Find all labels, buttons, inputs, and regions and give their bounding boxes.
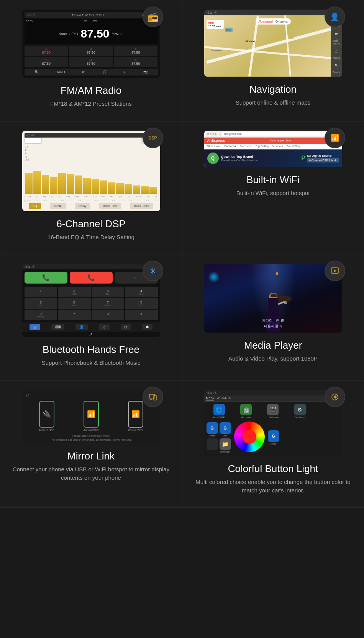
mirror-icon-badge bbox=[143, 387, 163, 407]
bt-bluetooth-icon[interactable]: ✱ bbox=[142, 324, 152, 330]
feature-mirror: ◁ ⚙ × 🔌 Android USB 📶 bbox=[0, 380, 182, 508]
dsp-delay-btn[interactable]: Delay bbox=[75, 203, 90, 209]
bt-desc: Support Phonebook & Bluetooth Music bbox=[42, 359, 141, 367]
dsp-screen: ◁ △ ○ □BT ●● 8.3 User ▾ Default 12 6 bbox=[22, 131, 160, 211]
radio-top-bar: ◁ △ ○ ● REG ● TA ● AF ● PTY BT 🔊 8.3 bbox=[25, 12, 158, 18]
bt-key-4[interactable]: 4GHI bbox=[125, 287, 158, 297]
nav-road-v1 bbox=[248, 15, 259, 76]
wifi-screenshot-wrapper: 📶 ◁ △ ○ □ aliexpress.com ⋮ AliExpress It… bbox=[204, 131, 342, 167]
bt-key-9[interactable]: 9WXYZ bbox=[25, 310, 57, 320]
mirror-phones: 🔌 Android USB 📶 Android WiFi bbox=[25, 401, 158, 431]
dsp-freq-labels-2: Q 2.22.22.22.22.22.22.22.22.22.22.22.22.… bbox=[25, 199, 158, 202]
dsp-eq-btn[interactable]: EQ bbox=[29, 203, 41, 209]
dsp-preset-select[interactable]: User ▾ bbox=[25, 138, 42, 144]
mirror-text2: This version is not used in the original… bbox=[25, 438, 158, 441]
bt-top-bar: ◁ △ ○ □BT ●● 8.3 bbox=[22, 264, 160, 269]
dsp-bass-filter-btn[interactable]: Bass Filter bbox=[99, 203, 121, 209]
radio-preset-5[interactable]: 5 87.50 bbox=[114, 46, 158, 56]
bt-key-3[interactable]: 3DEF bbox=[92, 287, 125, 297]
bt-apps-icon[interactable]: ⊞ bbox=[30, 324, 40, 330]
color-top-bar: ◁ △ ○ □BT ●● 8.3 bbox=[204, 390, 342, 395]
svg-rect-2 bbox=[149, 394, 155, 398]
app-crios[interactable]: G Crios bbox=[220, 422, 231, 437]
app-empty bbox=[207, 438, 218, 453]
mirror-phone-iphone-wifi-icon: 📶 bbox=[128, 401, 143, 428]
bt-key-8[interactable]: 8TUV bbox=[125, 298, 158, 309]
wifi-hero: Q Qownlce Top Brand The ultimate Car Pla… bbox=[204, 149, 342, 167]
bt-answer-button[interactable]: 📞 bbox=[25, 272, 67, 284]
app-google[interactable]: G Google bbox=[268, 430, 279, 445]
mirror-title: Mirror Link bbox=[67, 450, 115, 462]
color-wheel[interactable] bbox=[234, 422, 265, 452]
bt-key-7[interactable]: 7PQRS bbox=[92, 298, 125, 309]
svg-marker-1 bbox=[334, 269, 336, 272]
bt-video-icon[interactable]: □ bbox=[121, 324, 131, 330]
bt-key-2[interactable]: 2ABC bbox=[58, 287, 91, 297]
mirror-phone-android-wifi-icon: 📶 bbox=[84, 401, 99, 428]
app-chrome[interactable]: G Chrome bbox=[207, 422, 218, 437]
dsp-icon-badge: DSP bbox=[143, 128, 163, 148]
bt-key-6[interactable]: 6MNO bbox=[58, 298, 91, 309]
wifi-hero-logo: Q bbox=[207, 153, 219, 164]
app-file-manager[interactable]: 📁 le manager bbox=[220, 438, 231, 453]
bt-key-0[interactable]: 0· bbox=[92, 310, 125, 320]
media-title: Media Player bbox=[244, 340, 302, 351]
dsp-bass-boost-btn[interactable]: Bass Boost bbox=[130, 203, 153, 209]
app-apk-installer[interactable]: 🤖 APK Installer bbox=[233, 404, 259, 418]
app-andriots-gps[interactable]: 🌐 AndrioTS GPS bbox=[207, 404, 232, 418]
media-icon-badge bbox=[325, 261, 345, 281]
radio-preset-2[interactable]: 2 87.50 bbox=[25, 57, 69, 67]
bt-hangup-button[interactable]: 📞 bbox=[70, 272, 113, 284]
bt-icon-badge bbox=[143, 261, 163, 281]
wifi-content: AliExpress It's shopping time 🛒 Store Ho… bbox=[204, 138, 342, 167]
color-desc: Multi colored choice enable you to chang… bbox=[194, 478, 352, 495]
features-grid: 📻 ◁ △ ○ ● REG ● TA ● AF ● PTY BT 🔊 8.3 8… bbox=[0, 0, 364, 508]
bt-music-icon[interactable]: ♫ bbox=[99, 324, 110, 330]
feature-dsp: DSP ◁ △ ○ □BT ●● 8.3 User ▾ Default 12 bbox=[0, 121, 182, 254]
bt-contacts-icon[interactable]: 👤 bbox=[75, 324, 88, 330]
color-screen: ◁ △ ○ □BT ●● 8.3 APPS WIDGETS 🌐 AndrioTS… bbox=[204, 390, 342, 456]
fm-radio-icon-badge: 📻 bbox=[143, 7, 163, 27]
mirror-screenshot-wrapper: ◁ ⚙ × 🔌 Android USB 📶 bbox=[22, 390, 160, 443]
dsp-eq-bars bbox=[25, 163, 158, 194]
radio-preset-3[interactable]: 3 87.50 bbox=[69, 46, 113, 56]
app-animation[interactable]: 🎬 ...t Animation bbox=[260, 404, 285, 418]
feature-navigation: 👤 ◁ △ ○ □ BT ●● 8.3 Серп bbox=[182, 0, 364, 121]
bt-keyboard-icon[interactable]: ⌨ bbox=[51, 324, 64, 330]
bt-screenshot-wrapper: ◁ △ ○ □BT ●● 8.3 📞 📞 8□ 1 2ABC 3DEF 4GHI bbox=[22, 264, 160, 337]
mirror-mock: ◁ ⚙ × 🔌 Android USB 📶 bbox=[22, 390, 160, 443]
radio-preset-6[interactable]: 6 87.50 bbox=[114, 57, 158, 67]
media-subtitle: 차라리 나에겐 나을지 줄라 bbox=[204, 318, 342, 329]
color-mock: ◁ △ ○ □BT ●● 8.3 APPS WIDGETS 🌐 AndrioTS… bbox=[204, 390, 342, 456]
media-screen: 차라리 나에겐 나을지 줄라 bbox=[204, 264, 342, 333]
bt-key-1[interactable]: 1 bbox=[25, 287, 57, 297]
wifi-title: Built-in WiFi bbox=[246, 174, 300, 186]
nav-map-bg: Серп Москва Солнцево Лю bbox=[204, 15, 342, 77]
fm-radio-screenshot-wrapper: 📻 ◁ △ ○ ● REG ● TA ● AF ● PTY BT 🔊 8.3 8… bbox=[22, 10, 160, 78]
bt-key-hash[interactable]: # bbox=[125, 310, 158, 320]
dsp-mock: ◁ △ ○ □BT ●● 8.3 User ▾ Default 12 6 bbox=[22, 131, 160, 211]
wifi-icon-badge: 📶 bbox=[325, 128, 345, 148]
radio-mock: ◁ △ ○ ● REG ● TA ● AF ● PTY BT 🔊 8.3 87.… bbox=[22, 10, 160, 78]
dsp-freq-labels: FC 20304060801001502003004006008001K1.25… bbox=[25, 195, 158, 198]
radio-preset-4[interactable]: 4 87.50 bbox=[69, 57, 113, 67]
media-light-left bbox=[208, 271, 220, 283]
app-car-settings[interactable]: ⚙ Car Settings bbox=[287, 404, 313, 418]
color-icon-badge bbox=[325, 387, 345, 407]
media-screenshot-wrapper: 차라리 나에겐 나을지 줄라 bbox=[204, 264, 342, 333]
color-widgets-tab[interactable]: WIDGETS bbox=[217, 396, 231, 400]
radio-preset-1[interactable]: 1 87.50 bbox=[25, 46, 69, 56]
dsp-zone-btn[interactable]: ZONE bbox=[50, 203, 66, 209]
feature-media: 차라리 나에겐 나을지 줄라 Media Player Audio & Vide… bbox=[182, 254, 364, 380]
radio-presets: 1 87.50 3 87.50 5 87.50 2 bbox=[25, 46, 158, 67]
color-wheel-container[interactable] bbox=[234, 422, 265, 452]
bt-key-star[interactable]: * bbox=[58, 310, 91, 320]
mirror-phone-iphone-wifi-label: iPhone WiFi bbox=[128, 429, 143, 431]
radio-freq-display: None ‹ FM1 87.50 MHz › bbox=[25, 23, 158, 44]
color-apps-tab[interactable]: APPS bbox=[206, 396, 214, 400]
mirror-phone-android-wifi-label: Android WiFi bbox=[84, 429, 99, 431]
bt-key-5[interactable]: 5JKL bbox=[25, 298, 57, 309]
media-desc: Audio & Video Play, support 1080P bbox=[228, 354, 318, 363]
bt-bottom-bar: ⊞ ⌨ 👤 ♫ □ ✱ bbox=[22, 322, 160, 332]
radio-frequency: 87.50 bbox=[80, 27, 109, 40]
